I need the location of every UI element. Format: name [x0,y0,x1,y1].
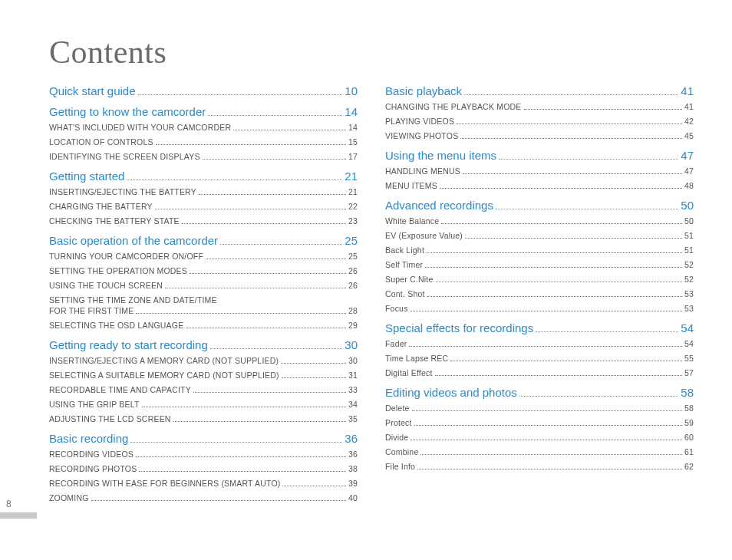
leader-dots [420,454,681,455]
toc-item[interactable]: SELECTING THE OSD LANGUAGE29 [49,321,358,331]
toc-item-label: Self Timer [385,260,423,269]
toc-item[interactable]: SETTING THE OPERATION MODES26 [49,266,358,276]
toc-item[interactable]: Super C.Nite52 [385,275,694,285]
toc-item[interactable]: PLAYING VIDEOS42 [385,117,694,127]
leader-dots [138,94,343,95]
toc-item-page: 33 [348,385,358,394]
leader-dots [536,331,678,332]
toc-item-label: Delete [385,404,410,413]
page-number-bar [0,512,37,519]
toc-item[interactable]: Cont. Shot53 [385,289,694,299]
toc-item[interactable]: IDENTIFYING THE SCREEN DISPLAYS17 [49,152,358,162]
leader-dots [427,296,682,297]
leader-dots [206,259,346,259]
toc-item-page: 17 [348,152,358,161]
leader-dots [519,396,679,397]
toc-item[interactable]: Delete58 [385,404,694,413]
toc-item-label: Digital Effect [385,368,433,377]
leader-dots [130,442,342,443]
toc-item-page: 53 [684,304,694,313]
toc-item[interactable]: EV (Exposure Value)51 [385,231,694,241]
toc-item-label: File Info [385,462,415,471]
toc-section[interactable]: Advanced recordings50 [385,199,694,212]
toc-item[interactable]: Fader54 [385,339,694,349]
toc-item-page: 21 [348,187,358,196]
toc-section[interactable]: Basic recording36 [49,432,358,445]
toc-section[interactable]: Getting to know the camcorder14 [49,105,358,118]
toc-item[interactable]: INSERTING/EJECTING A MEMORY CARD (NOT SU… [49,356,358,366]
toc-item-page: 15 [348,137,358,147]
toc-section[interactable]: Basic playback41 [385,84,694,97]
toc-item[interactable]: Combine61 [385,447,694,457]
toc-item[interactable]: RECORDABLE TIME AND CAPACITY33 [49,385,358,395]
toc-item[interactable]: SETTING THE TIME ZONE AND DATE/TIME [49,295,358,305]
toc-item[interactable]: RECORDING WITH EASE FOR BEGINNERS (SMART… [49,479,358,489]
toc-section[interactable]: Getting ready to start recording30 [49,338,358,351]
toc-item[interactable]: HANDLING MENUS47 [385,166,694,176]
toc-section[interactable]: Using the menu items47 [385,149,694,162]
toc-item[interactable]: USING THE TOUCH SCREEN26 [49,281,358,291]
toc-item[interactable]: MENU ITEMS48 [385,181,694,191]
leader-dots [281,363,346,364]
toc-section[interactable]: Quick start guide10 [49,84,358,97]
leader-dots [427,252,682,253]
toc-item[interactable]: Self Timer52 [385,260,694,270]
toc-item[interactable]: SELECTING A SUITABLE MEMORY CARD (NOT SU… [49,371,358,380]
toc-item[interactable]: Protect59 [385,418,694,428]
toc-item-label: Protect [385,418,412,427]
toc-item[interactable]: TURNING YOUR CAMCORDER ON/OFF25 [49,252,358,262]
toc-item[interactable]: White Balance50 [385,216,694,226]
toc-item[interactable]: RECORDING VIDEOS36 [49,450,358,460]
toc-item[interactable]: ZOOMING40 [49,493,358,503]
leader-dots [464,94,678,95]
toc-section-label: Getting started [49,170,124,183]
toc-item[interactable]: RECORDING PHOTOS38 [49,464,358,474]
toc-section-label: Getting ready to start recording [49,338,208,351]
toc-item[interactable]: File Info62 [385,462,694,472]
toc-item-page: 58 [684,404,694,413]
toc-section-page: 21 [345,170,358,183]
toc-item-cont[interactable]: FOR THE FIRST TIME28 [49,306,358,316]
leader-dots [435,375,682,376]
leader-dots [282,486,345,486]
toc-column-right: Basic playback41CHANGING THE PLAYBACK MO… [385,84,694,503]
toc-item[interactable]: Back Light51 [385,245,694,255]
toc-item[interactable]: Digital Effect57 [385,368,694,378]
toc-item[interactable]: ADJUSTING THE LCD SCREEN35 [49,414,358,424]
toc-item-page: 47 [684,166,694,176]
toc-item[interactable]: CHARGING THE BATTERY22 [49,202,358,212]
toc-item-page: 22 [348,202,358,211]
toc-item[interactable]: CHECKING THE BATTERY STATE23 [49,216,358,226]
toc-item[interactable]: CHANGING THE PLAYBACK MODE41 [385,102,694,112]
toc-section[interactable]: Getting started21 [49,170,358,183]
toc-item[interactable]: VIEWING PHOTOS45 [385,131,694,141]
toc-item[interactable]: Focus53 [385,304,694,314]
toc-item[interactable]: Divide60 [385,433,694,443]
toc-item-page: 34 [348,400,358,409]
toc-item-page: 26 [348,281,358,290]
leader-dots [233,130,346,130]
leader-dots [414,425,682,426]
toc-item[interactable]: USING THE GRIP BELT34 [49,400,358,410]
toc-item[interactable]: INSERTING/EJECTING THE BATTERY21 [49,187,358,197]
toc-item-label: WHAT'S INCLUDED WITH YOUR CAMCORDER [49,123,231,132]
toc-item[interactable]: Time Lapse REC55 [385,354,694,364]
leader-dots [190,273,346,274]
toc-item[interactable]: LOCATION OF CONTROLS15 [49,137,358,147]
toc-item-page: 54 [684,339,694,348]
toc-item[interactable]: WHAT'S INCLUDED WITH YOUR CAMCORDER14 [49,123,358,133]
toc-section[interactable]: Basic operation of the camcorder25 [49,234,358,247]
toc-item-page: 30 [348,356,358,365]
toc-item-page: 62 [684,462,694,471]
toc-item-label: Time Lapse REC [385,354,448,363]
toc-item-page: 36 [348,450,358,459]
toc-item-page: 48 [684,181,694,190]
toc-item-label: USING THE GRIP BELT [49,400,140,409]
leader-dots [457,124,682,124]
leader-dots [165,288,346,288]
toc-item-page: 57 [684,368,694,377]
toc-item-page: 38 [348,464,358,473]
toc-section[interactable]: Editing videos and photos58 [385,386,694,399]
toc-section[interactable]: Special effects for recordings54 [385,321,694,334]
toc-item-label: EV (Exposure Value) [385,231,463,240]
